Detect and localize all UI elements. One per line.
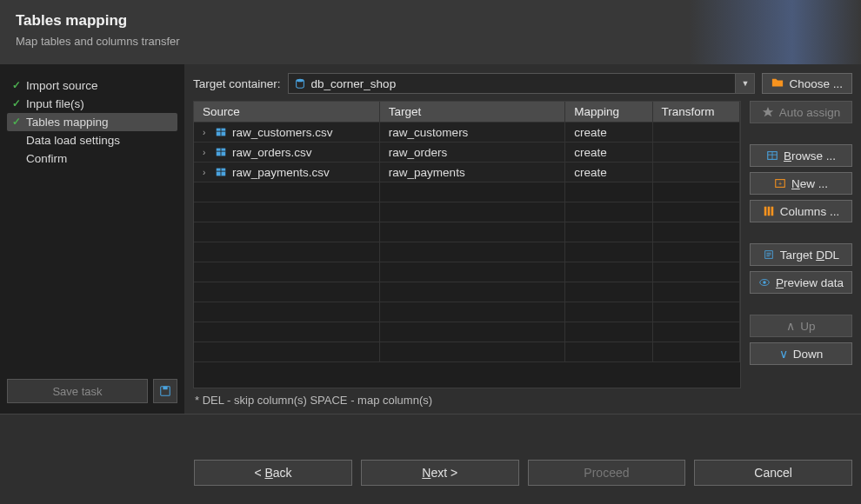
save-task-settings-button[interactable] bbox=[153, 379, 177, 403]
cell-target[interactable]: raw_customers bbox=[379, 123, 564, 143]
svg-rect-1 bbox=[163, 387, 167, 390]
choose-button[interactable]: Choose ... bbox=[762, 73, 852, 94]
actions-column: Auto assign Browse ... + New ... Columns… bbox=[750, 101, 852, 407]
wizard-step-import-source[interactable]: Import source bbox=[7, 76, 177, 95]
target-ddl-button[interactable]: Target DDL bbox=[750, 243, 852, 266]
cell-mapping[interactable]: create bbox=[565, 162, 652, 182]
table-row-empty: . bbox=[194, 342, 740, 362]
wizard-step-label: Confirm bbox=[26, 152, 67, 165]
expand-icon[interactable]: › bbox=[203, 128, 210, 137]
save-task-button[interactable]: Save task bbox=[7, 379, 148, 403]
folder-icon bbox=[771, 76, 784, 91]
cell-target[interactable]: raw_payments bbox=[379, 162, 564, 182]
back-button[interactable]: < Back bbox=[194, 460, 352, 486]
table-row-empty: . bbox=[194, 242, 740, 262]
cell-mapping[interactable]: create bbox=[565, 143, 652, 162]
cell-transform[interactable] bbox=[652, 123, 739, 143]
target-container-row: Target container: ▼ Choose ... bbox=[193, 73, 852, 94]
auto-assign-label: Auto assign bbox=[779, 106, 841, 119]
page-title: Tables mapping bbox=[16, 12, 845, 30]
sidebar-bottom: Save task bbox=[7, 377, 177, 405]
cell-target[interactable]: raw_orders bbox=[379, 143, 564, 162]
table-icon bbox=[215, 166, 227, 178]
table-row[interactable]: ›raw_orders.csvraw_orderscreate bbox=[194, 143, 740, 162]
svg-point-21 bbox=[763, 281, 766, 284]
table-row-empty: . bbox=[194, 282, 740, 302]
expand-icon[interactable]: › bbox=[203, 148, 210, 157]
dialog-body: Import source Input file(s) Tables mappi… bbox=[0, 64, 861, 414]
svg-text:+: + bbox=[778, 181, 782, 187]
wizard-step-label: Import source bbox=[26, 79, 98, 92]
table-row[interactable]: ›raw_customers.csvraw_customerscreate bbox=[194, 123, 740, 143]
table-row-empty: . bbox=[194, 182, 740, 202]
svg-rect-19 bbox=[771, 207, 773, 216]
table-row-empty: . bbox=[194, 302, 740, 322]
preview-data-button[interactable]: Preview data bbox=[750, 271, 852, 294]
col-header-target[interactable]: Target bbox=[379, 102, 564, 123]
next-button[interactable]: Next > bbox=[361, 460, 519, 486]
wizard-step-data-load[interactable]: Data load settings bbox=[7, 131, 177, 149]
svg-point-2 bbox=[296, 79, 304, 83]
target-container-input[interactable] bbox=[306, 77, 736, 90]
new-icon: + bbox=[774, 177, 786, 189]
table-row[interactable]: ›raw_payments.csvraw_paymentscreate bbox=[194, 162, 740, 182]
wizard-step-confirm[interactable]: Confirm bbox=[7, 149, 177, 168]
wizard-steps: Import source Input file(s) Tables mappi… bbox=[7, 76, 177, 377]
col-header-mapping[interactable]: Mapping bbox=[565, 102, 652, 123]
mapping-table-container: Source Target Mapping Transform ›raw_cus… bbox=[193, 101, 741, 388]
down-button[interactable]: ∨ Down bbox=[750, 342, 852, 365]
col-header-source[interactable]: Source bbox=[194, 102, 379, 123]
svg-rect-17 bbox=[764, 207, 767, 216]
wizard-step-input-files[interactable]: Input file(s) bbox=[7, 95, 177, 113]
auto-assign-button[interactable]: Auto assign bbox=[750, 101, 852, 123]
cancel-button[interactable]: Cancel bbox=[694, 460, 852, 486]
table-icon bbox=[215, 126, 227, 138]
dialog-footer: < Back Next > Proceed Cancel bbox=[0, 414, 861, 504]
cell-transform[interactable] bbox=[652, 162, 739, 182]
columns-label: Columns ... bbox=[780, 205, 839, 218]
col-header-transform[interactable]: Transform bbox=[652, 102, 739, 123]
target-container-field-wrap: ▼ bbox=[288, 73, 756, 94]
columns-button[interactable]: Columns ... bbox=[750, 200, 852, 222]
cell-transform[interactable] bbox=[652, 143, 739, 162]
keyboard-hint: * DEL - skip column(s) SPACE - map colum… bbox=[193, 388, 741, 407]
dialog-header: Tables mapping Map tables and columns tr… bbox=[0, 0, 861, 64]
mapping-table-area: Source Target Mapping Transform ›raw_cus… bbox=[193, 101, 741, 407]
table-icon bbox=[215, 146, 227, 158]
wizard-step-label: Tables mapping bbox=[26, 116, 109, 129]
up-button[interactable]: ∧ Up bbox=[750, 315, 852, 337]
table-icon bbox=[766, 149, 778, 162]
main-panel: Target container: ▼ Choose ... bbox=[184, 64, 861, 414]
proceed-button[interactable]: Proceed bbox=[528, 460, 686, 486]
chevron-up-icon: ∧ bbox=[786, 319, 795, 333]
source-filename: raw_orders.csv bbox=[232, 146, 312, 159]
table-row-empty: . bbox=[194, 222, 740, 242]
ddl-icon bbox=[763, 249, 775, 261]
cell-source[interactable]: ›raw_orders.csv bbox=[194, 143, 379, 162]
database-icon bbox=[294, 77, 306, 90]
choose-label: Choose ... bbox=[789, 77, 843, 90]
chevron-down-icon: ∨ bbox=[779, 347, 788, 361]
svg-rect-18 bbox=[768, 207, 771, 216]
table-body: ›raw_customers.csvraw_customerscreate›ra… bbox=[194, 123, 740, 362]
save-icon bbox=[159, 385, 171, 397]
cell-source[interactable]: ›raw_customers.csv bbox=[194, 123, 379, 143]
target-container-dropdown[interactable]: ▼ bbox=[735, 74, 754, 93]
cell-mapping[interactable]: create bbox=[565, 123, 652, 143]
main-row: Source Target Mapping Transform ›raw_cus… bbox=[193, 101, 852, 407]
wizard-step-label: Data load settings bbox=[26, 134, 120, 147]
source-filename: raw_payments.csv bbox=[232, 166, 330, 179]
table-row-empty: . bbox=[194, 262, 740, 282]
mapping-table: Source Target Mapping Transform ›raw_cus… bbox=[194, 102, 740, 362]
expand-icon[interactable]: › bbox=[203, 168, 210, 177]
browse-label: Browse ... bbox=[784, 149, 836, 162]
new-button[interactable]: + New ... bbox=[750, 172, 852, 195]
table-header-row: Source Target Mapping Transform bbox=[194, 102, 740, 123]
wizard-sidebar: Import source Input file(s) Tables mappi… bbox=[0, 64, 184, 414]
up-label: Up bbox=[800, 320, 815, 333]
cell-source[interactable]: ›raw_payments.csv bbox=[194, 162, 379, 182]
wizard-step-tables-mapping[interactable]: Tables mapping bbox=[7, 113, 177, 131]
page-subtitle: Map tables and columns transfer bbox=[16, 35, 845, 48]
browse-button[interactable]: Browse ... bbox=[750, 144, 852, 167]
wizard-step-label: Input file(s) bbox=[26, 97, 84, 110]
